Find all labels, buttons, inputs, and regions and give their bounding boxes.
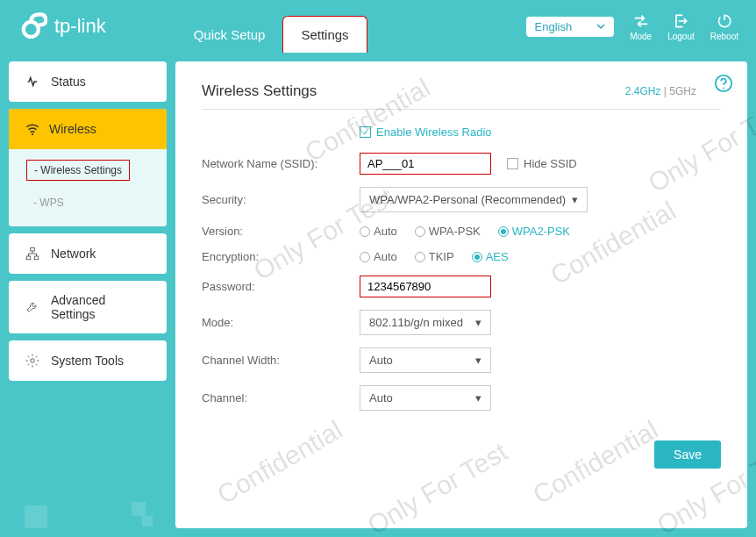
band-24[interactable]: 2.4GHz xyxy=(625,85,661,97)
sidebar-item-status[interactable]: Status xyxy=(9,61,167,102)
mode-icon xyxy=(632,12,650,30)
security-label: Security: xyxy=(202,193,360,206)
watermark: Confidential xyxy=(212,415,347,511)
security-select[interactable]: WPA/WPA2-Personal (Recommended) ▾ xyxy=(360,187,588,212)
brand-text: tp-link xyxy=(54,15,106,38)
encryption-auto-radio[interactable]: Auto xyxy=(360,250,397,263)
encryption-tkip-radio[interactable]: TKIP xyxy=(415,250,454,263)
reboot-icon xyxy=(716,12,733,30)
version-wpa2-radio[interactable]: WPA2-PSK xyxy=(498,225,570,238)
mode-label: Mode: xyxy=(202,316,360,329)
channel-label: Channel: xyxy=(202,391,360,405)
decor-square xyxy=(142,516,153,526)
sidebar-subitem-wireless-settings[interactable]: - Wireless Settings xyxy=(26,160,130,181)
svg-point-1 xyxy=(32,133,33,135)
gear-icon xyxy=(25,353,40,369)
logout-icon xyxy=(672,12,689,30)
sidebar: Status Wireless - Wireless Settings - WP… xyxy=(0,53,175,537)
network-icon xyxy=(25,246,40,261)
sidebar-item-advanced[interactable]: Advanced Settings xyxy=(9,281,167,333)
svg-point-5 xyxy=(31,359,35,363)
channel-select[interactable]: Auto▾ xyxy=(360,385,491,411)
version-label: Version: xyxy=(202,225,360,238)
svg-point-7 xyxy=(723,88,724,90)
ssid-input[interactable] xyxy=(360,153,491,175)
watermark: Only For Test xyxy=(643,95,756,198)
ssid-label: Network Name (SSID): xyxy=(202,157,360,170)
enable-wireless-checkbox[interactable]: ✓ Enable Wireless Radio xyxy=(360,125,721,139)
language-select[interactable]: English xyxy=(526,17,615,37)
chevron-down-icon: ▾ xyxy=(572,193,578,206)
hide-ssid-checkbox[interactable]: Hide SSID xyxy=(507,157,577,170)
svg-rect-3 xyxy=(26,256,31,260)
svg-point-0 xyxy=(24,22,39,37)
svg-rect-4 xyxy=(34,256,39,260)
main-panel: Wireless Settings 2.4GHz | 5GHz ✓ Enable… xyxy=(175,61,747,528)
password-input[interactable] xyxy=(360,276,491,297)
mode-select[interactable]: 802.11b/g/n mixed▾ xyxy=(360,310,491,335)
chevron-down-icon: ▾ xyxy=(475,354,481,367)
reboot-button[interactable]: Reboot xyxy=(710,12,738,41)
decor-square xyxy=(132,502,146,516)
chevron-down-icon: ▾ xyxy=(475,316,481,329)
language-label: English xyxy=(535,20,573,33)
decor-square xyxy=(25,505,47,528)
sidebar-item-system[interactable]: System Tools xyxy=(9,340,167,381)
channel-width-label: Channel Width: xyxy=(202,354,360,367)
save-button[interactable]: Save xyxy=(654,440,721,469)
version-auto-radio[interactable]: Auto xyxy=(360,225,397,238)
sidebar-subitem-wps[interactable]: - WPS xyxy=(9,190,167,216)
tab-settings[interactable]: Settings xyxy=(282,16,367,53)
chevron-down-icon: ▾ xyxy=(475,391,481,405)
wireless-icon xyxy=(25,121,40,137)
brand-logo: tp-link xyxy=(18,11,106,41)
version-wpa-radio[interactable]: WPA-PSK xyxy=(415,225,481,238)
encryption-label: Encryption: xyxy=(202,250,360,263)
sidebar-item-wireless[interactable]: Wireless xyxy=(9,109,167,149)
logout-button[interactable]: Logout xyxy=(667,12,695,41)
checkbox-icon: ✓ xyxy=(360,126,371,138)
band-switch[interactable]: 2.4GHz | 5GHz xyxy=(625,85,696,97)
password-label: Password: xyxy=(202,280,360,293)
tab-quick-setup[interactable]: Quick Setup xyxy=(176,17,283,53)
chevron-down-icon xyxy=(596,22,605,31)
tplink-logo-icon xyxy=(18,11,47,41)
band-5[interactable]: 5GHz xyxy=(669,85,696,97)
watermark: Only For Test xyxy=(362,437,512,537)
checkbox-icon xyxy=(507,158,518,169)
encryption-aes-radio[interactable]: AES xyxy=(472,250,509,263)
svg-rect-2 xyxy=(31,247,35,251)
watermark: Confidential xyxy=(528,415,663,511)
mode-button[interactable]: Mode xyxy=(630,12,652,41)
wrench-icon xyxy=(25,299,40,315)
help-icon[interactable] xyxy=(714,74,733,93)
status-icon xyxy=(25,74,40,90)
sidebar-item-network[interactable]: Network xyxy=(9,233,167,274)
channel-width-select[interactable]: Auto▾ xyxy=(360,347,491,373)
page-title: Wireless Settings xyxy=(202,82,317,100)
